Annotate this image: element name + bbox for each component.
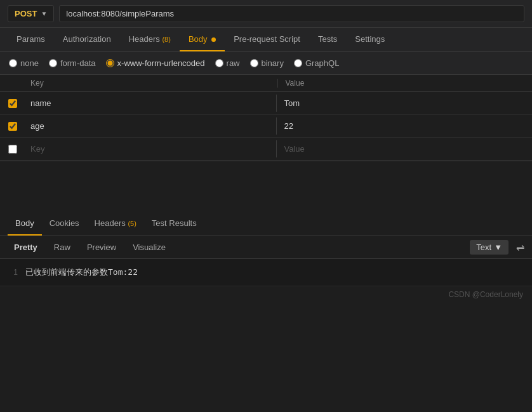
tab-tests[interactable]: Tests: [309, 28, 346, 51]
footer: CSDN @CoderLonely: [0, 286, 532, 303]
row3-key-placeholder[interactable]: Key: [25, 140, 276, 157]
resp-tab-cookies[interactable]: Cookies: [42, 212, 87, 236]
row1-check-cell[interactable]: [0, 99, 25, 108]
tab-authorization[interactable]: Authorization: [54, 28, 120, 51]
row1-key[interactable]: name: [25, 95, 276, 112]
resp-body: 1 已收到前端传来的参数Tom:22: [0, 259, 532, 286]
tab-params[interactable]: Params: [8, 28, 54, 51]
format-raw[interactable]: Raw: [48, 240, 77, 255]
row2-value[interactable]: 22: [276, 117, 533, 135]
kv-key-header: Key: [25, 79, 277, 88]
kv-check-col: [0, 79, 25, 88]
radio-raw[interactable]: raw: [215, 58, 240, 68]
response-tabs: Body Cookies Headers (5) Test Results: [0, 212, 532, 236]
row1-checkbox[interactable]: [8, 99, 17, 108]
tab-prerequest[interactable]: Pre-request Script: [225, 28, 309, 51]
table-row: age 22: [0, 115, 532, 138]
request-tabs: Params Authorization Headers (8) Body Pr…: [0, 28, 532, 52]
resp-tab-headers[interactable]: Headers (5): [87, 212, 144, 236]
radio-none[interactable]: none: [9, 58, 39, 68]
resp-tab-testresults[interactable]: Test Results: [144, 212, 204, 236]
row2-check-cell[interactable]: [0, 122, 25, 131]
dropdown-arrow-icon: ▼: [494, 243, 502, 252]
body-type-row: none form-data x-www-form-urlencoded raw…: [0, 52, 532, 75]
body-dot: [211, 37, 216, 42]
tab-body[interactable]: Body: [180, 28, 225, 51]
row2-key[interactable]: age: [25, 117, 276, 135]
wrap-icon[interactable]: ⇌: [516, 241, 524, 253]
brand-label: CSDN @CoderLonely: [448, 290, 523, 299]
table-row: name Tom: [0, 92, 532, 115]
row1-value[interactable]: Tom: [276, 95, 533, 112]
radio-urlencoded[interactable]: x-www-form-urlencoded: [106, 58, 205, 68]
row3-checkbox[interactable]: [8, 145, 17, 154]
format-visualize[interactable]: Visualize: [126, 240, 172, 255]
line-number: 1: [0, 268, 25, 277]
kv-header: Key Value: [0, 75, 532, 92]
row3-value-placeholder[interactable]: Value: [276, 140, 533, 157]
radio-binary[interactable]: binary: [250, 58, 284, 68]
format-pretty[interactable]: Pretty: [8, 240, 44, 255]
line-content: 已收到前端传来的参数Tom:22: [25, 267, 138, 278]
url-input[interactable]: [59, 5, 524, 22]
row2-checkbox[interactable]: [8, 122, 17, 131]
format-preview[interactable]: Preview: [81, 240, 123, 255]
radio-formdata[interactable]: form-data: [49, 58, 96, 68]
method-dropdown-arrow: ▼: [41, 10, 47, 17]
resp-toolbar: Pretty Raw Preview Visualize Text ▼ ⇌: [0, 236, 532, 259]
table-row: Key Value: [0, 138, 532, 161]
kv-table: Key Value name Tom age 22 Key Value: [0, 75, 532, 161]
resp-line: 1 已收到前端传来的参数Tom:22: [0, 265, 532, 279]
empty-area: [0, 161, 532, 212]
row3-check-cell[interactable]: [0, 145, 25, 154]
resp-tab-body[interactable]: Body: [8, 212, 42, 236]
tab-settings[interactable]: Settings: [346, 28, 394, 51]
tab-headers[interactable]: Headers (8): [120, 28, 180, 51]
radio-graphql[interactable]: GraphQL: [294, 58, 339, 68]
method-label: POST: [15, 9, 37, 18]
text-type-dropdown[interactable]: Text ▼: [470, 240, 509, 255]
method-select[interactable]: POST ▼: [8, 5, 54, 22]
url-bar: POST ▼: [0, 0, 532, 28]
kv-value-header: Value: [277, 79, 533, 88]
